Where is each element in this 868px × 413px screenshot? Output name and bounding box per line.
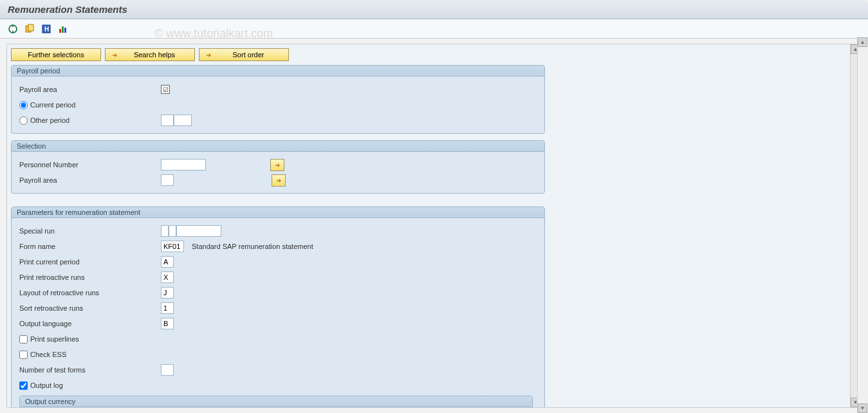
special-run-field-1[interactable]	[161, 225, 169, 237]
output-log-checkbox[interactable]	[19, 381, 28, 390]
selection-buttons-row: Further selections ➜ Search helps ➜ Sort…	[11, 48, 857, 61]
output-lang-label: Output language	[19, 320, 161, 327]
personnel-number-label: Personnel Number	[19, 161, 161, 169]
check-ess-checkbox[interactable]	[19, 351, 28, 359]
selection-payroll-area-label: Payroll area	[19, 176, 161, 184]
form-name-hint: Standard SAP remuneration statement	[192, 243, 313, 250]
scroll-up-icon[interactable]: ▲	[858, 37, 867, 47]
other-period-field-2[interactable]	[174, 115, 192, 126]
svg-rect-7	[59, 29, 61, 33]
selection-payroll-area-field[interactable]	[161, 174, 174, 186]
output-log-label: Output log	[30, 381, 63, 389]
other-period-radio[interactable]	[19, 116, 28, 125]
layout-retro-field[interactable]	[161, 287, 174, 298]
special-run-label: Special run	[19, 227, 161, 235]
print-superlines-checkbox[interactable]	[19, 335, 28, 344]
personnel-number-multiselect-button[interactable]: ➜	[270, 159, 284, 171]
sort-order-label: Sort order	[215, 51, 282, 59]
form-name-label: Form name	[19, 243, 161, 250]
payroll-area-label: Payroll area	[19, 86, 161, 93]
sort-retro-field[interactable]	[161, 302, 174, 314]
sort-order-button[interactable]: ➜ Sort order	[199, 48, 289, 61]
output-currency-title: Output currency	[20, 396, 532, 407]
other-period-label: Other period	[30, 116, 69, 124]
payroll-period-panel: Payroll period Payroll area ☑ Current pe…	[11, 65, 545, 134]
payroll-panel-title: Payroll period	[12, 66, 544, 77]
execute-icon[interactable]	[8, 24, 18, 34]
content-area: Further selections ➜ Search helps ➜ Sort…	[0, 39, 868, 413]
svg-text:H: H	[44, 26, 49, 33]
selection-panel: Selection Personnel Number ➜ Payroll are…	[11, 140, 545, 194]
parameters-panel: Parameters for remuneration statement Sp…	[11, 206, 545, 408]
num-test-field[interactable]	[161, 364, 174, 376]
output-currency-panel: Output currency For-period	[19, 396, 533, 408]
selection-panel-title: Selection	[12, 141, 544, 152]
search-helps-label: Search helps	[121, 51, 188, 59]
page-title: Remuneration Statements	[8, 4, 127, 15]
output-lang-field[interactable]	[161, 318, 174, 329]
scroll-down-icon[interactable]: ▼	[858, 403, 867, 413]
further-selections-label: Further selections	[28, 51, 84, 59]
parameters-panel-title: Parameters for remuneration statement	[12, 207, 544, 218]
print-retro-field[interactable]	[161, 271, 174, 283]
print-current-label: Print current period	[19, 258, 161, 266]
window-header: Remuneration Statements	[0, 0, 868, 19]
current-period-radio[interactable]	[19, 101, 28, 109]
chart-icon[interactable]	[58, 24, 68, 34]
search-helps-button[interactable]: ➜ Search helps	[105, 48, 195, 61]
further-selections-button[interactable]: Further selections	[11, 48, 101, 61]
arrow-right-icon: ➜	[112, 51, 117, 59]
svg-rect-9	[64, 28, 66, 33]
payroll-area-indicator[interactable]: ☑	[161, 85, 170, 94]
print-superlines-label: Print superlines	[30, 335, 79, 343]
variant-icon[interactable]	[24, 24, 35, 34]
check-ess-label: Check ESS	[30, 351, 66, 358]
num-test-label: Number of test forms	[19, 366, 161, 374]
other-period-field-1[interactable]	[161, 115, 174, 126]
payroll-area-multiselect-button[interactable]: ➜	[272, 174, 286, 187]
arrow-right-icon: ➜	[206, 51, 211, 59]
special-run-field-3[interactable]	[176, 225, 221, 237]
info-icon[interactable]: H	[41, 24, 51, 34]
toolbar: H	[0, 19, 868, 39]
outer-scrollbar[interactable]: ▲ ▼	[857, 37, 868, 413]
personnel-number-field[interactable]	[161, 159, 206, 170]
layout-retro-label: Layout of retroactive runs	[19, 289, 161, 297]
sort-retro-label: Sort retroactive runs	[19, 304, 161, 312]
content-inner: Further selections ➜ Search helps ➜ Sort…	[6, 44, 862, 408]
print-retro-label: Print retroactive runs	[19, 273, 161, 281]
svg-rect-4	[28, 24, 33, 31]
svg-rect-8	[62, 26, 64, 33]
form-name-field[interactable]	[161, 241, 184, 252]
print-current-field[interactable]	[161, 256, 174, 268]
special-run-field-2[interactable]	[169, 225, 176, 237]
current-period-label: Current period	[30, 101, 75, 109]
app-window: Remuneration Statements H © www.tutorial…	[0, 0, 868, 413]
